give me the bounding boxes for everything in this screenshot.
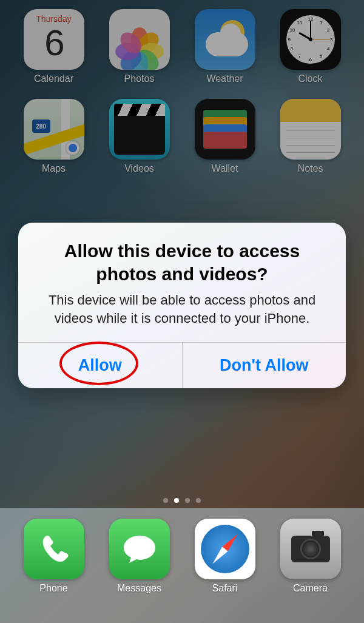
- dont-allow-button[interactable]: Don't Allow: [182, 343, 346, 388]
- alert-message: This device will be able to access photo…: [35, 291, 329, 327]
- alert-backdrop: Allow this device to access photos and v…: [0, 0, 364, 623]
- allow-button[interactable]: Allow: [18, 343, 182, 388]
- permission-alert: Allow this device to access photos and v…: [18, 223, 346, 388]
- annotation-circle: [59, 342, 138, 385]
- alert-button-row: Allow Don't Allow: [18, 342, 346, 388]
- alert-title: Allow this device to access photos and v…: [35, 240, 329, 285]
